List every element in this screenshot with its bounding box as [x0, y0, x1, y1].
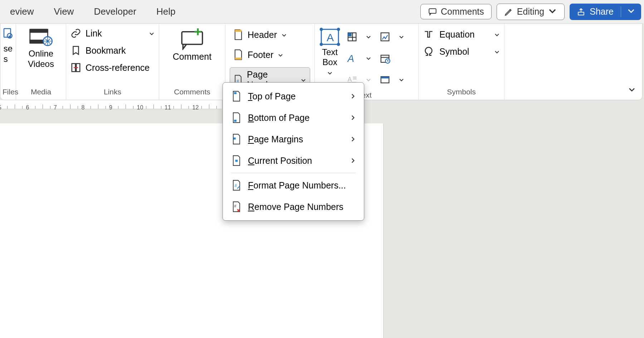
svg-rect-10 — [182, 32, 203, 44]
footer-icon — [233, 49, 243, 60]
svg-point-16 — [320, 28, 322, 30]
date-time-icon — [380, 53, 390, 64]
svg-rect-31 — [234, 137, 236, 139]
online-videos-icon — [29, 27, 53, 47]
signature-icon — [380, 31, 390, 42]
footer-label: Footer — [248, 50, 273, 60]
group-label-files: Files — [3, 86, 14, 98]
menu-top-of-page[interactable]: Top of Page — [223, 85, 364, 107]
tab-help[interactable]: Help — [146, 6, 185, 17]
svg-rect-22 — [381, 33, 389, 41]
header-button[interactable]: Header — [230, 27, 310, 42]
page-current-icon — [231, 155, 241, 166]
chevron-down-icon[interactable] — [394, 73, 409, 87]
bookmark-button[interactable]: Bookmark — [70, 45, 155, 56]
comments-button[interactable]: Comments — [420, 4, 492, 19]
group-label-symbols: Symbols — [423, 86, 500, 98]
menu-remove-page-numbers[interactable]: # Remove Page Numbers — [223, 196, 364, 217]
menu-label: Remove Page Numbers — [248, 202, 343, 212]
svg-rect-5 — [30, 29, 48, 32]
online-videos-button[interactable]: Online Videos — [28, 27, 54, 69]
chevron-down-icon[interactable] — [361, 51, 376, 65]
svg-text:A: A — [347, 53, 354, 64]
signature-line-button[interactable] — [378, 30, 392, 44]
new-comment-icon — [178, 27, 206, 50]
svg-rect-1 — [578, 12, 584, 15]
group-comments: Comment Comments — [159, 24, 225, 100]
format-page-numbers-icon: # — [231, 180, 241, 191]
page-number-menu: Top of Page Bottom of Page Page Margins … — [223, 82, 364, 221]
group-links: Link Bookmark Cross-reference Links — [66, 24, 159, 100]
svg-rect-11 — [235, 30, 241, 32]
bookmark-label: Bookmark — [86, 45, 126, 56]
menu-label: Format Page Numbers... — [248, 180, 346, 191]
svg-point-18 — [320, 43, 322, 45]
chevron-down-icon — [628, 85, 636, 93]
header-icon — [233, 29, 243, 40]
footer-button[interactable]: Footer — [230, 47, 310, 62]
tab-review[interactable]: eview — [0, 6, 44, 17]
chevron-right-icon — [350, 91, 356, 102]
ribbon-tabstrip: eview View Developer Help Comments Editi… — [0, 0, 644, 23]
wordart-button[interactable]: A — [345, 51, 359, 65]
svg-rect-21 — [348, 33, 352, 36]
menu-label: Current Position — [248, 156, 312, 166]
comments-label: Comments — [441, 6, 484, 17]
chevron-down-icon — [627, 6, 635, 17]
cross-reference-label: Cross-reference — [86, 63, 150, 73]
tab-view[interactable]: View — [44, 6, 84, 17]
share-button[interactable]: Share — [570, 4, 641, 20]
page-margins-icon — [231, 133, 241, 145]
menu-bottom-of-page[interactable]: Bottom of Page — [223, 107, 364, 128]
page-top-icon — [231, 90, 241, 102]
new-comment-button[interactable]: Comment — [173, 27, 211, 62]
text-box-button[interactable]: A Text Box — [319, 27, 341, 89]
object-button[interactable] — [378, 73, 392, 87]
header-label: Header — [248, 30, 277, 40]
chevron-down-icon — [548, 6, 557, 18]
tab-developer[interactable]: Developer — [84, 6, 146, 17]
symbol-button[interactable]: Symbol — [423, 46, 500, 57]
menu-label: Page Margins — [248, 134, 303, 144]
quick-parts-button[interactable] — [345, 30, 359, 44]
menu-label: Bottom of Page — [248, 113, 309, 123]
chevron-down-icon[interactable] — [394, 30, 409, 44]
menu-label: Top of Page — [248, 91, 296, 102]
collapse-ribbon-button[interactable] — [628, 85, 636, 95]
comment-label: Comment — [173, 52, 211, 62]
menu-separator — [231, 173, 356, 173]
chevron-right-icon — [350, 113, 356, 123]
editing-mode-button[interactable]: Editing — [497, 4, 565, 20]
cross-reference-icon — [70, 62, 81, 73]
page-bottom-icon — [231, 112, 241, 123]
group-label-comments: Comments — [164, 86, 221, 98]
horizontal-ruler[interactable]: 5 6 7 8 9 10 11 12 — [0, 100, 222, 109]
pencil-icon — [504, 7, 513, 16]
svg-rect-0 — [429, 9, 436, 13]
group-media: Online Videos Media — [16, 24, 66, 100]
text-box-icon: A — [319, 27, 341, 46]
chevron-right-icon — [350, 134, 356, 144]
menu-format-page-numbers[interactable]: # Format Page Numbers... — [223, 175, 364, 196]
symbol-label: Symbol — [439, 46, 469, 57]
date-time-button[interactable] — [378, 51, 392, 65]
svg-rect-12 — [235, 58, 241, 60]
wordart-icon: A — [347, 53, 357, 64]
comment-bubble-icon — [428, 7, 437, 16]
menu-page-margins[interactable]: Page Margins — [223, 128, 364, 150]
svg-rect-29 — [234, 92, 236, 94]
menu-current-position[interactable]: Current Position — [223, 150, 364, 171]
cross-reference-button[interactable]: Cross-reference — [70, 62, 155, 73]
svg-point-19 — [337, 43, 340, 45]
chevron-down-icon — [494, 46, 500, 57]
reuse-files-icon[interactable] — [3, 27, 14, 41]
group-label-media: Media — [20, 86, 62, 98]
svg-point-17 — [337, 28, 340, 30]
group-label-links: Links — [70, 86, 155, 98]
reuse-files-label: se s — [4, 44, 13, 64]
equation-button[interactable]: Equation — [423, 29, 500, 40]
chevron-down-icon — [327, 68, 333, 78]
group-files: se s Files — [0, 24, 16, 100]
chevron-down-icon[interactable] — [361, 30, 376, 44]
link-button[interactable]: Link — [70, 28, 155, 39]
